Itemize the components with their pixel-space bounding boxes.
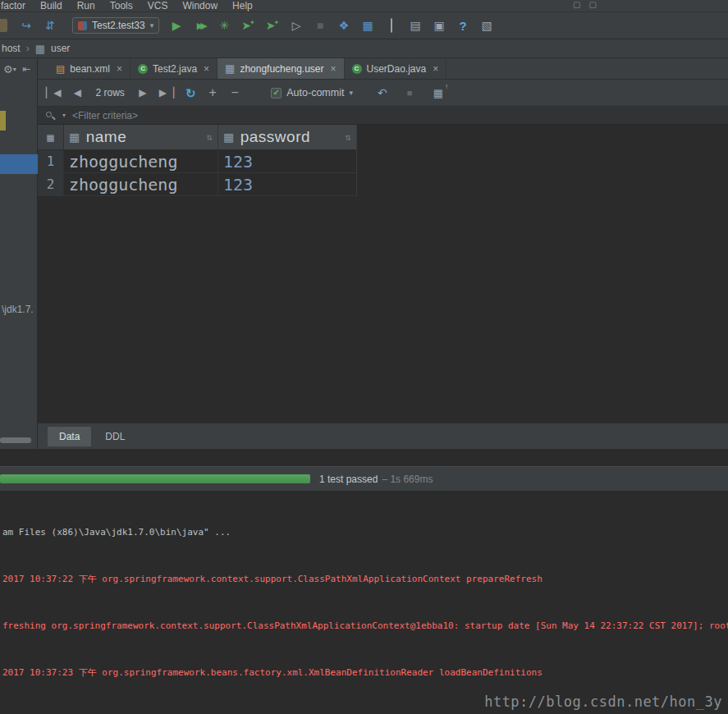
- menu-item-refactor[interactable]: factor: [0, 0, 33, 11]
- row-number[interactable]: 2: [38, 173, 64, 195]
- chevron-down-icon: ▾: [150, 21, 154, 30]
- tab-test2-java[interactable]: C Test2.java ×: [130, 58, 217, 79]
- search-icon: [46, 111, 56, 121]
- test-duration-label: – 1s 669ms: [382, 474, 433, 485]
- printer-icon[interactable]: ▣: [433, 20, 446, 31]
- star-badge-icon: ✦: [250, 19, 255, 26]
- data-grid: ▦ ▦ name ⇅ ▦ password ⇅ 1 zhoggucheng 12…: [38, 125, 357, 196]
- tab-label: zhongfucheng.user: [240, 63, 323, 75]
- column-icon: ▦: [69, 131, 80, 143]
- menu-item-window[interactable]: Window: [175, 0, 225, 11]
- selected-tree-item[interactable]: [0, 154, 38, 174]
- window-icon: ▢: [573, 0, 580, 9]
- menu-bar: factor Build Run Tools VCS Window Help ▢…: [0, 0, 728, 12]
- chevron-down-icon[interactable]: ▾: [349, 89, 353, 97]
- last-page-icon[interactable]: ▶▕: [159, 88, 174, 98]
- table-row[interactable]: 2 zhoggucheng 123: [38, 173, 356, 196]
- profile-run-icon[interactable]: ➤✦: [266, 20, 279, 31]
- clipped-icon: [0, 19, 7, 32]
- restore-layout-icon[interactable]: ▦: [361, 20, 374, 31]
- column-label: password: [240, 128, 310, 146]
- run-config-selector[interactable]: Test2.test33 ▾: [72, 17, 159, 34]
- console-line: 2017 10:37:23 下午 org.springframework.bea…: [2, 665, 728, 680]
- close-icon[interactable]: ×: [330, 63, 336, 75]
- breadcrumb: host › ▦ user: [0, 39, 728, 58]
- first-page-icon[interactable]: ▏◀: [46, 88, 61, 98]
- sort-icon[interactable]: ⇅: [345, 131, 351, 143]
- auto-commit-control[interactable]: ✓ Auto-commit ▾: [271, 87, 353, 98]
- tab-ddl[interactable]: DDL: [94, 427, 136, 446]
- tab-bean-xml[interactable]: ▤ bean.xml ×: [48, 58, 130, 79]
- run-button[interactable]: ▶: [170, 20, 183, 31]
- calendar-icon[interactable]: ▤: [409, 20, 422, 31]
- menu-item-run[interactable]: Run: [70, 0, 103, 11]
- menu-extra-icons: ▢ ▢: [573, 0, 597, 9]
- editor-area: ▤ bean.xml × C Test2.java × ▦ zhongfuche…: [38, 58, 728, 449]
- table-icon: ▦: [35, 43, 45, 54]
- tab-zhongfucheng-user[interactable]: ▦ zhongfucheng.user ×: [217, 58, 344, 79]
- monitor-icon[interactable]: [385, 20, 398, 31]
- xml-file-icon: ▤: [56, 63, 65, 75]
- filter-input[interactable]: <Filter criteria>: [72, 110, 138, 121]
- run-dashboard-icon[interactable]: ❖: [337, 20, 350, 31]
- delete-row-icon[interactable]: −: [229, 86, 240, 99]
- cell-name[interactable]: zhoggucheng: [69, 152, 177, 172]
- collapse-panel-icon[interactable]: ⇤: [22, 63, 30, 75]
- forward-arrow-icon[interactable]: ↪: [20, 20, 33, 31]
- auto-commit-label: Auto-commit: [286, 87, 344, 98]
- breadcrumb-table[interactable]: user: [51, 43, 70, 54]
- close-icon[interactable]: ×: [204, 63, 209, 75]
- menu-item-build[interactable]: Build: [33, 0, 70, 11]
- java-class-icon: C: [138, 64, 148, 74]
- column-header-name[interactable]: ▦ name ⇅: [64, 125, 218, 149]
- grid-header-row: ▦ ▦ name ⇅ ▦ password ⇅: [38, 125, 356, 150]
- main-toolbar: ↪ ⇵ Test2.test33 ▾ ▶ ▶▶ ✳ ➤✦ ➤✦ ▷ ■ ❖ ▦ …: [0, 12, 728, 39]
- close-icon[interactable]: ×: [433, 63, 438, 75]
- submit-changes-icon[interactable]: ▦↑: [433, 88, 444, 98]
- column-icon: ▦: [223, 131, 235, 143]
- sync-icon[interactable]: ⇵: [43, 20, 57, 31]
- revert-changes-icon[interactable]: ↶: [377, 87, 388, 98]
- stop-icon: ■: [404, 89, 415, 98]
- rerun-failed-tests-icon[interactable]: ✳: [217, 20, 231, 31]
- add-row-icon[interactable]: +: [207, 86, 218, 99]
- cell-name[interactable]: zhoggucheng: [69, 175, 177, 195]
- tab-userdao-java[interactable]: C UserDao.java ×: [345, 58, 447, 79]
- breadcrumb-separator: ›: [26, 43, 30, 54]
- rerun-tests-icon[interactable]: ▶▶: [194, 21, 207, 30]
- table-row[interactable]: 1 zhoggucheng 123: [38, 150, 356, 173]
- reload-page-icon[interactable]: ↻: [185, 87, 196, 99]
- update-project-icon[interactable]: ▧: [480, 20, 493, 31]
- help-icon[interactable]: ?: [456, 20, 469, 32]
- test-progress-bar: [0, 474, 310, 483]
- stop-button[interactable]: ■: [314, 20, 327, 31]
- sort-icon[interactable]: ⇅: [206, 131, 213, 143]
- tab-data[interactable]: Data: [48, 427, 91, 446]
- grid-corner-cell[interactable]: ▦: [38, 125, 64, 149]
- panel-splitter[interactable]: [0, 449, 728, 466]
- tab-label: bean.xml: [70, 63, 110, 75]
- previous-page-icon[interactable]: ◀: [71, 88, 83, 98]
- horizontal-scrollbar[interactable]: [0, 437, 31, 443]
- console-output: am Files (x86)\Java\jdk1.7.0\bin\java" .…: [0, 491, 728, 714]
- next-page-icon[interactable]: ▶: [137, 88, 149, 98]
- tree-item-label[interactable]: \jdk1.7.: [2, 304, 38, 315]
- close-icon[interactable]: ×: [117, 63, 122, 75]
- check-icon: ✓: [273, 89, 280, 97]
- row-count-label: 2 rows: [95, 87, 124, 98]
- column-header-password[interactable]: ▦ password ⇅: [218, 125, 356, 149]
- cell-password[interactable]: 123: [223, 152, 253, 172]
- run-script-icon[interactable]: ▷: [290, 20, 303, 31]
- row-number[interactable]: 1: [38, 150, 64, 172]
- gear-icon[interactable]: ⚙▾: [3, 63, 16, 76]
- menu-item-help[interactable]: Help: [225, 0, 260, 11]
- menu-item-vcs[interactable]: VCS: [140, 0, 176, 11]
- breadcrumb-host[interactable]: host: [2, 43, 21, 54]
- chevron-down-icon[interactable]: ▾: [62, 112, 66, 119]
- menu-item-tools[interactable]: Tools: [103, 0, 140, 11]
- run-with-coverage-icon[interactable]: ➤✦: [241, 20, 254, 31]
- java-class-icon: C: [352, 64, 362, 74]
- auto-commit-checkbox[interactable]: ✓: [271, 88, 282, 98]
- file-scope-color-mark: [0, 111, 6, 130]
- cell-password[interactable]: 123: [223, 175, 253, 195]
